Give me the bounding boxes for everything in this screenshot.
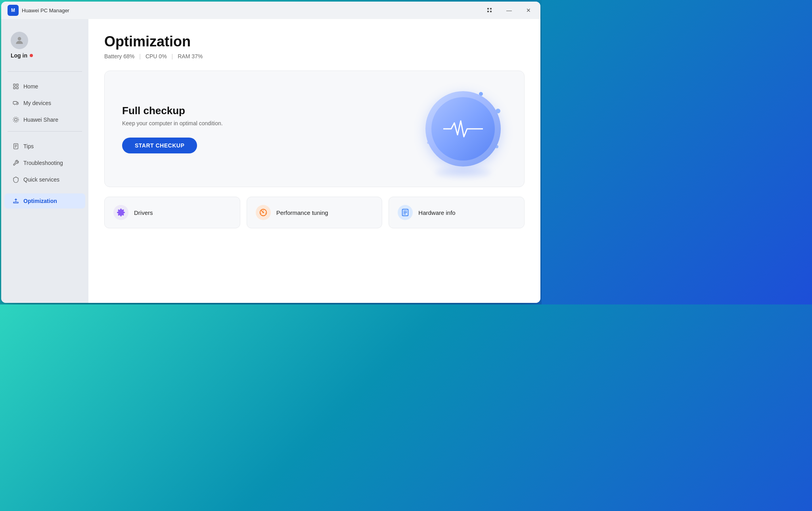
login-label[interactable]: Log in — [11, 52, 27, 59]
list-icon — [401, 208, 410, 217]
sidebar-item-troubleshooting-label: Troubleshooting — [23, 160, 63, 166]
svg-rect-1 — [13, 84, 15, 86]
avatar — [11, 32, 28, 49]
page-title: Optimization — [104, 33, 525, 50]
hardware-info-label: Hardware info — [418, 209, 455, 216]
sidebar-item-quick-services[interactable]: Quick services — [4, 172, 85, 187]
minimize-icon: — — [506, 7, 512, 13]
drivers-icon — [113, 205, 128, 220]
title-bar: M Huawei PC Manager — ✕ — [1, 2, 540, 19]
speedometer-icon — [259, 208, 268, 217]
drivers-card[interactable]: Drivers — [104, 197, 240, 228]
pulse-circle-inner — [431, 97, 495, 161]
start-checkup-button[interactable]: START CHECKUP — [122, 138, 197, 153]
sidebar-item-tips-label: Tips — [23, 143, 34, 149]
sidebar-item-huawei-share-label: Huawei Share — [23, 117, 58, 123]
battery-stat: Battery 68% — [104, 53, 134, 59]
share-icon — [12, 116, 19, 123]
home-icon — [12, 83, 19, 90]
svg-point-6 — [15, 119, 17, 121]
checkup-card: Full checkup Keep your computer in optim… — [104, 71, 525, 187]
app-window: M Huawei PC Manager — ✕ — [1, 2, 540, 303]
checkup-title: Full checkup — [122, 105, 419, 117]
sidebar: Log in Home — [1, 19, 88, 303]
wrench-icon — [12, 159, 19, 167]
stats-row: Battery 68% | CPU 0% | RAM 37% — [104, 53, 525, 59]
grid-menu-button[interactable] — [484, 6, 495, 14]
shadow-ellipse — [435, 168, 491, 176]
minimize-button[interactable]: — — [503, 6, 515, 15]
avatar-icon — [14, 35, 25, 46]
login-row: Log in — [11, 52, 33, 59]
hardware-info-card[interactable]: Hardware info — [389, 197, 525, 228]
performance-icon — [256, 205, 271, 220]
checkup-description: Keep your computer in optimal condition. — [122, 120, 419, 126]
logo-text: M — [11, 8, 15, 13]
svg-rect-4 — [16, 87, 18, 89]
svg-rect-3 — [13, 87, 15, 89]
content-area: Optimization Battery 68% | CPU 0% | RAM … — [88, 19, 540, 303]
sidebar-item-huawei-share[interactable]: Huawei Share — [4, 112, 85, 127]
performance-tuning-card[interactable]: Performance tuning — [247, 197, 383, 228]
nav-divider-top — [8, 71, 82, 72]
hardware-icon — [398, 205, 413, 220]
sidebar-item-optimization-label: Optimization — [23, 198, 57, 204]
title-bar-left: M Huawei PC Manager — [8, 5, 484, 16]
sidebar-item-home-label: Home — [23, 83, 38, 90]
close-button[interactable]: ✕ — [523, 6, 534, 15]
sidebar-item-tips[interactable]: Tips — [4, 139, 85, 154]
sidebar-item-my-devices[interactable]: My devices — [4, 96, 85, 111]
main-layout: Log in Home — [1, 19, 540, 303]
pulse-graphic — [419, 85, 507, 172]
close-icon: ✕ — [526, 7, 531, 13]
checkup-text: Full checkup Keep your computer in optim… — [122, 105, 419, 153]
user-section: Log in — [1, 25, 88, 68]
nav-divider-mid — [8, 131, 82, 132]
svg-point-0 — [18, 37, 21, 40]
gear-purple-icon — [117, 208, 125, 217]
devices-icon — [12, 100, 19, 107]
tips-icon — [12, 143, 19, 150]
sidebar-item-troubleshooting[interactable]: Troubleshooting — [4, 155, 85, 170]
cpu-stat: CPU 0% — [146, 53, 167, 59]
grid-icon — [487, 8, 492, 13]
performance-tuning-label: Performance tuning — [276, 209, 328, 216]
pulse-circle-outer — [425, 91, 501, 167]
sidebar-item-optimization[interactable]: Optimization — [4, 193, 85, 209]
drivers-label: Drivers — [134, 209, 153, 216]
svg-point-7 — [13, 117, 18, 122]
ram-stat: RAM 37% — [178, 53, 203, 59]
stat-divider-2: | — [172, 53, 173, 59]
shield-icon — [12, 176, 19, 183]
sidebar-item-quick-services-label: Quick services — [23, 176, 59, 183]
sidebar-item-home[interactable]: Home — [4, 79, 85, 94]
notification-dot — [30, 54, 33, 57]
stat-divider-1: | — [139, 53, 141, 59]
upload-icon — [12, 197, 19, 205]
svg-rect-5 — [13, 101, 17, 104]
svg-rect-2 — [16, 84, 18, 86]
heartbeat-icon — [443, 119, 483, 139]
svg-rect-9 — [13, 202, 18, 203]
svg-point-17 — [262, 212, 264, 213]
sidebar-item-my-devices-label: My devices — [23, 100, 51, 106]
app-logo: M — [8, 5, 19, 16]
app-title: Huawei PC Manager — [22, 8, 69, 13]
bottom-cards: Drivers Performance tuning — [104, 197, 525, 228]
title-bar-controls: — ✕ — [484, 6, 534, 15]
